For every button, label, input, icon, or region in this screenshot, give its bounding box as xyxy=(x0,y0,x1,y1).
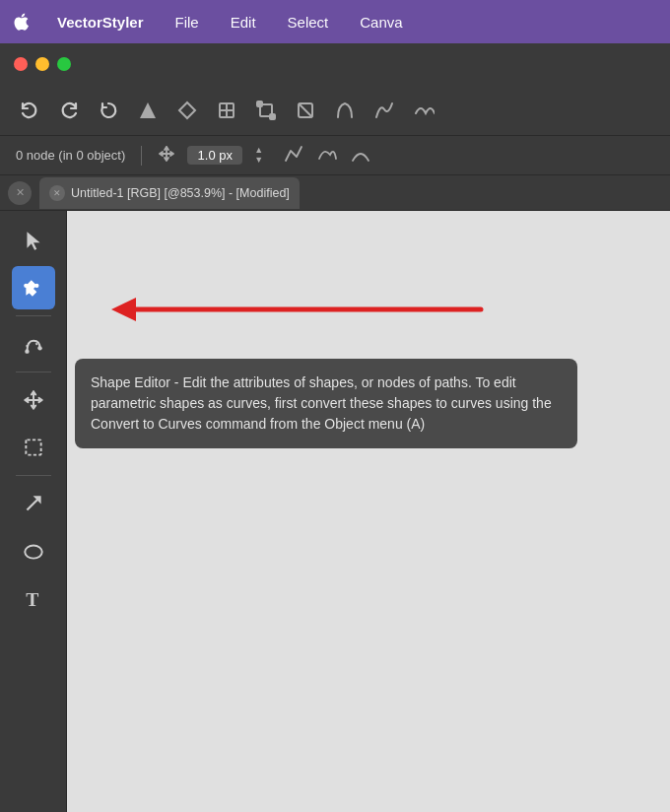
svg-rect-6 xyxy=(257,102,262,106)
redo-button[interactable] xyxy=(53,95,85,126)
shape-tool-3[interactable] xyxy=(329,95,361,126)
refresh-button[interactable] xyxy=(93,95,124,126)
tooltip-box: Shape Editor - Edit the attributes of sh… xyxy=(75,359,577,448)
tab-close-button[interactable]: ✕ xyxy=(49,185,65,201)
apple-logo[interactable] xyxy=(12,12,32,32)
canvas-area: Shape Editor - Edit the attributes of sh… xyxy=(67,211,670,812)
transform-tool-1[interactable] xyxy=(211,95,242,126)
shape-tool-1[interactable] xyxy=(132,95,164,126)
svg-point-18 xyxy=(25,546,41,559)
main-area: T Shape Editor - Edit the attributes of … xyxy=(0,211,670,812)
ellipse-tool[interactable] xyxy=(12,529,55,573)
close-button[interactable] xyxy=(14,57,28,71)
shape-tool-5[interactable] xyxy=(408,95,439,126)
text-tool[interactable]: T xyxy=(12,576,55,620)
red-arrow xyxy=(67,270,501,349)
svg-rect-15 xyxy=(26,440,40,454)
px-arrows[interactable]: ▲ ▼ xyxy=(254,146,263,165)
status-divider xyxy=(141,146,142,166)
px-value-input[interactable] xyxy=(187,146,242,165)
curve-tool-2[interactable] xyxy=(316,143,338,168)
toolbar xyxy=(0,85,670,136)
path-tool[interactable] xyxy=(12,322,55,366)
svg-point-10 xyxy=(34,284,38,288)
traffic-light-row xyxy=(0,43,670,85)
minimize-button[interactable] xyxy=(35,57,49,71)
close-panel-button[interactable]: ✕ xyxy=(8,181,32,205)
curve-tool-1[interactable] xyxy=(283,143,304,168)
move-tool[interactable] xyxy=(12,378,55,422)
menu-select[interactable]: Select xyxy=(282,10,335,34)
tab-bar: ✕ ✕ Untitled-1 [RGB] [@853.9%] - [Modifi… xyxy=(0,175,670,211)
undo-button[interactable] xyxy=(14,95,45,126)
menu-bar: VectorStyler File Edit Select Canva xyxy=(0,0,670,43)
svg-rect-7 xyxy=(270,114,275,119)
curve-tool-3[interactable] xyxy=(350,143,371,168)
transform-tool-2[interactable] xyxy=(250,95,282,126)
tab-title: Untitled-1 [RGB] [@853.9%] - [Modified] xyxy=(71,186,290,200)
menu-vectorstyler[interactable]: VectorStyler xyxy=(51,10,150,34)
shape-editor-tool[interactable] xyxy=(12,266,55,309)
tool-divider-3 xyxy=(16,475,51,476)
transform-tool-3[interactable] xyxy=(290,95,321,126)
svg-marker-21 xyxy=(111,298,136,321)
status-bar: 0 node (in 0 object) ▲ ▼ xyxy=(0,136,670,175)
node-info: 0 node (in 0 object) xyxy=(16,148,125,163)
select-tool[interactable] xyxy=(12,219,55,262)
svg-marker-1 xyxy=(179,102,195,118)
menu-canvas[interactable]: Canva xyxy=(354,10,408,34)
tooltip-text: Shape Editor - Edit the attributes of sh… xyxy=(91,374,552,432)
svg-point-9 xyxy=(24,284,28,288)
tool-divider-2 xyxy=(16,372,51,372)
document-tab[interactable]: ✕ Untitled-1 [RGB] [@853.9%] - [Modified… xyxy=(39,177,300,209)
left-toolbar: T xyxy=(0,211,67,812)
maximize-button[interactable] xyxy=(57,57,71,71)
traffic-lights xyxy=(14,53,71,75)
shape-tool-4[interactable] xyxy=(368,95,400,126)
svg-text:T: T xyxy=(26,589,38,610)
menu-file[interactable]: File xyxy=(169,10,205,34)
selection-rect-tool[interactable] xyxy=(12,426,55,469)
menu-edit[interactable]: Edit xyxy=(225,10,262,34)
line-tool[interactable] xyxy=(12,482,55,525)
shape-tool-2[interactable] xyxy=(171,95,203,126)
tool-divider-1 xyxy=(16,315,51,316)
move-icon xyxy=(158,145,175,166)
svg-marker-0 xyxy=(140,102,156,118)
